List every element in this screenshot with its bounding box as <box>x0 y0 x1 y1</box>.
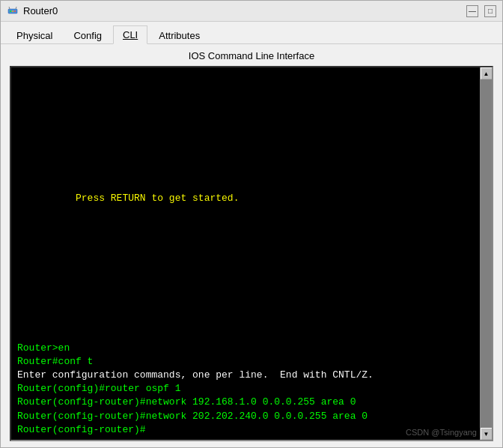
cli-blank-7 <box>17 300 471 314</box>
cli-output: Press RETURN to get started. Router>en R… <box>11 67 480 440</box>
cli-line-6: Router(config-router)# <box>17 423 471 437</box>
tab-config[interactable]: Config <box>64 26 112 44</box>
cli-blank-9 <box>17 328 471 342</box>
scroll-up-button[interactable]: ▲ <box>481 67 493 79</box>
svg-point-1 <box>10 10 11 12</box>
router-icon <box>7 5 19 17</box>
cli-blank-6 <box>17 287 471 300</box>
minimize-button[interactable]: — <box>466 5 478 17</box>
cli-line-4: Router(config-router)#network 192.168.1.… <box>17 396 471 409</box>
cli-blank-1 <box>17 219 471 232</box>
svg-line-5 <box>16 7 16 9</box>
cli-blank-2 <box>17 232 471 246</box>
cli-blank-4 <box>17 260 471 273</box>
cli-section-title: IOS Command Line Interface <box>10 50 493 61</box>
title-bar: Router0 — □ <box>1 1 502 22</box>
window-title: Router0 <box>23 5 58 16</box>
cli-blank-8 <box>17 314 471 327</box>
cli-press-return: Press RETURN to get started. <box>17 178 471 219</box>
cli-line-0: Router>en <box>17 342 471 355</box>
tab-attributes[interactable]: Attributes <box>149 26 210 44</box>
tab-bar: Physical Config CLI Attributes <box>1 22 502 44</box>
svg-point-2 <box>12 10 13 12</box>
watermark: CSDN @Tsingyang <box>406 428 477 437</box>
tab-content-cli: IOS Command Line Interface ▲ ▼ Press RET… <box>1 44 502 447</box>
svg-line-4 <box>9 7 10 9</box>
tab-physical[interactable]: Physical <box>7 26 62 44</box>
scroll-down-button[interactable]: ▼ <box>481 428 493 440</box>
cli-terminal[interactable]: ▲ ▼ Press RETURN to get started. <box>10 66 493 441</box>
scrollbar-track[interactable] <box>481 79 492 428</box>
cli-line-3: Router(config)#router ospf 1 <box>17 382 471 396</box>
window-controls: — □ <box>466 5 496 17</box>
maximize-button[interactable]: □ <box>484 5 496 17</box>
cli-scrollbar[interactable]: ▲ ▼ <box>480 67 492 440</box>
cli-spacer <box>17 73 471 178</box>
svg-point-3 <box>14 10 16 12</box>
tab-cli[interactable]: CLI <box>113 25 147 44</box>
cli-line-5: Router(config-router)#network 202.202.24… <box>17 410 471 423</box>
title-bar-left: Router0 <box>7 5 58 17</box>
cli-blank-5 <box>17 273 471 287</box>
cli-line-2: Enter configuration commands, one per li… <box>17 369 471 382</box>
main-window: Router0 — □ Physical Config CLI Attribut… <box>0 0 503 448</box>
cli-line-1: Router#conf t <box>17 355 471 369</box>
cli-blank-3 <box>17 246 471 259</box>
